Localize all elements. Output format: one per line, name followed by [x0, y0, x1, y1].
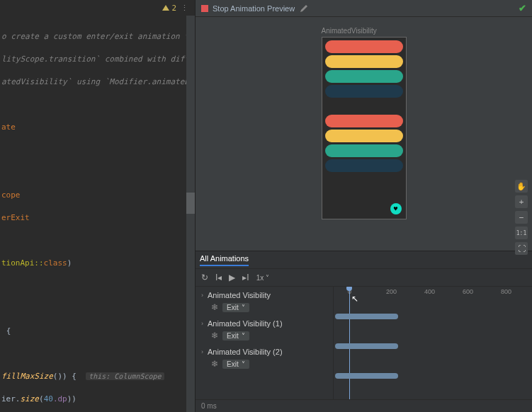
timeline-ruler[interactable]: 02004006008001000	[334, 287, 532, 299]
color-bar	[325, 159, 403, 172]
edit-icon[interactable]	[299, 4, 309, 13]
skip-end-icon[interactable]: ▸I	[242, 273, 249, 282]
color-bar	[325, 40, 403, 53]
animation-bar[interactable]	[335, 373, 398, 379]
warnings-badge[interactable]: 2	[162, 4, 176, 13]
state-dropdown[interactable]: Exit ˅	[222, 331, 249, 341]
track-name: Animated Visibility (2)	[208, 348, 283, 356]
fab-heart[interactable]: ♥	[390, 203, 402, 214]
chevron-down-icon: ˅	[242, 304, 245, 311]
animation-tabs: All Animations	[196, 251, 532, 268]
heart-icon: ♥	[394, 205, 397, 212]
zoom-in-button[interactable]: +	[515, 195, 528, 208]
speed-dropdown[interactable]: 1x ˅	[256, 274, 269, 282]
chevron-right-icon: ›	[201, 292, 203, 299]
canvas-tools: ✋ + − 1:1 ⛶	[515, 180, 528, 255]
warning-count: 2	[171, 4, 176, 13]
track-bar-row: 331ms	[334, 299, 532, 329]
state-dropdown[interactable]: Exit ˅	[222, 303, 249, 312]
zoom-out-button[interactable]: −	[515, 211, 528, 224]
track-name: Animated Visibility	[208, 291, 271, 299]
editor-menu-icon[interactable]: ⋮	[181, 4, 189, 13]
track-row: › Animated Visibility (1) ❄ Exit ˅	[196, 315, 333, 343]
expand-button[interactable]: ⛶	[515, 242, 528, 255]
track-bar-row: 331ms	[334, 329, 532, 359]
animation-panel: All Animations ↻ I◂ ▶ ▸I 1x ˅ › Animated…	[196, 251, 532, 412]
code-area[interactable]: o create a custom enter/exit animation f…	[0, 16, 195, 412]
device-label: AnimatedVisibility	[322, 27, 377, 35]
editor-scrollbar[interactable]	[186, 16, 195, 412]
animation-footer: 0 ms	[196, 399, 532, 412]
animation-bar[interactable]	[335, 314, 398, 319]
track-expand[interactable]: › Animated Visibility	[201, 291, 327, 299]
build-success-icon: ✔	[519, 3, 526, 13]
animation-bar[interactable]	[335, 343, 398, 349]
skip-start-icon[interactable]: I◂	[215, 273, 222, 282]
color-bar	[325, 115, 403, 127]
stop-preview-button[interactable]: Stop Animation Preview	[213, 4, 295, 13]
scroll-thumb[interactable]	[186, 193, 195, 214]
ruler-tick: 200	[386, 288, 397, 295]
snowflake-icon[interactable]: ❄	[211, 359, 218, 369]
track-name: Animated Visibility (1)	[208, 319, 283, 328]
color-bar	[325, 130, 403, 142]
tab-all-animations[interactable]: All Animations	[200, 254, 249, 266]
color-bar	[325, 55, 403, 68]
track-expand[interactable]: › Animated Visibility (2)	[201, 348, 327, 356]
snowflake-icon[interactable]: ❄	[211, 331, 218, 341]
state-dropdown[interactable]: Exit ˅	[222, 360, 249, 369]
chevron-right-icon: ›	[201, 320, 203, 327]
preview-toolbar: Stop Animation Preview ✔	[196, 0, 532, 17]
color-bar	[325, 144, 403, 157]
track-bar-row: 331ms	[334, 359, 532, 389]
current-time: 0 ms	[201, 402, 217, 410]
animation-controls: ↻ I◂ ▶ ▸I 1x ˅	[196, 268, 532, 287]
play-icon[interactable]: ▶	[229, 273, 235, 282]
chevron-right-icon: ›	[201, 348, 203, 355]
loop-icon[interactable]: ↻	[201, 273, 208, 282]
ruler-tick: 600	[463, 288, 473, 295]
editor-header: 2 ⋮	[0, 0, 195, 16]
track-row: › Animated Visibility (2) ❄ Exit ˅	[196, 343, 333, 372]
code-editor-pane: 2 ⋮ o create a custom enter/exit animati…	[0, 0, 195, 412]
preview-pane: Stop Animation Preview ✔ AnimatedVisibil…	[195, 0, 532, 412]
ruler-tick: 800	[501, 288, 511, 295]
track-expand[interactable]: › Animated Visibility (1)	[201, 319, 327, 328]
pan-tool[interactable]: ✋	[515, 180, 528, 193]
preview-canvas[interactable]: AnimatedVisibility ♥ ✋ + − 1:1 ⛶	[196, 17, 532, 251]
device-preview: AnimatedVisibility ♥	[322, 37, 407, 251]
color-bar	[325, 70, 403, 83]
track-labels: › Animated Visibility ❄ Exit ˅ › Animate…	[196, 287, 334, 399]
zoom-reset-button[interactable]: 1:1	[515, 227, 528, 239]
device-frame: ♥	[322, 37, 407, 219]
color-bar	[325, 85, 403, 98]
timeline: › Animated Visibility ❄ Exit ˅ › Animate…	[196, 287, 532, 399]
chevron-down-icon: ˅	[242, 360, 245, 368]
track-row: › Animated Visibility ❄ Exit ˅	[196, 287, 333, 315]
timeline-grid[interactable]: 02004006008001000 ↖ 331ms331ms331ms	[334, 287, 532, 399]
chevron-down-icon: ˅	[242, 332, 245, 340]
snowflake-icon[interactable]: ❄	[211, 302, 218, 312]
ruler-tick: 400	[424, 288, 435, 295]
stop-icon	[201, 5, 208, 12]
warning-icon	[162, 5, 169, 11]
